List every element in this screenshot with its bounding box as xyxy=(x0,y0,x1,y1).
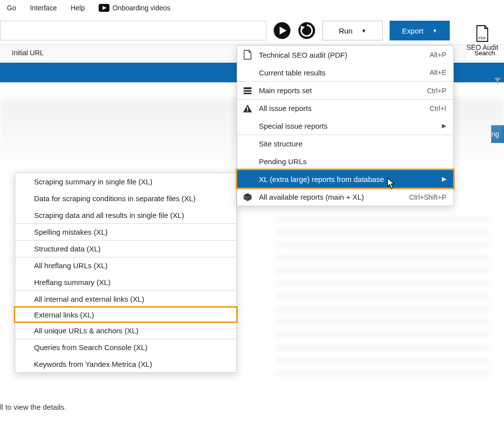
svg-rect-9 xyxy=(244,90,252,92)
export-menu-item[interactable]: Site structure xyxy=(237,135,453,152)
run-button[interactable]: Run ▼ xyxy=(323,21,383,40)
seo-audit-button[interactable]: PDF SEO Audit xyxy=(461,25,504,51)
xl-submenu-item[interactable]: All hreflang URLs (XL) xyxy=(15,257,236,274)
export-menu-item[interactable]: All issue reportsCtrl+I xyxy=(237,99,453,117)
xl-submenu-item[interactable]: Queries from Search Console (XL) xyxy=(15,339,236,355)
seo-audit-label: SEO Audit xyxy=(467,43,499,51)
menu-interface[interactable]: Interface xyxy=(30,4,57,12)
pdf-icon: PDF xyxy=(475,25,490,42)
caret-down-icon: ▼ xyxy=(361,28,366,34)
submenu-item-label: External links (XL) xyxy=(34,311,94,319)
details-hint: ll to view the details. xyxy=(0,403,66,411)
caret-down-icon: ▼ xyxy=(432,28,437,34)
xl-reports-submenu: Scraping summary in single file (XL)Data… xyxy=(15,173,237,373)
run-label: Run xyxy=(339,27,353,35)
xl-submenu-item[interactable]: Structured data (XL) xyxy=(15,240,236,257)
export-menu-item[interactable]: Main reports setCtrl+P xyxy=(237,81,453,99)
export-label: Export xyxy=(402,27,423,35)
warn-icon xyxy=(242,104,253,113)
submenu-item-label: Keywords from Yandex.Metrica (XL) xyxy=(34,360,152,368)
pdf-icon xyxy=(242,50,253,60)
export-menu-item[interactable]: Special issue reports▶ xyxy=(237,117,453,135)
menu-item-shortcut: Ctrl+P xyxy=(427,87,446,95)
svg-rect-8 xyxy=(244,87,252,89)
menu-item-label: Technical SEO audit (PDF) xyxy=(259,51,424,59)
youtube-icon xyxy=(99,4,109,12)
xl-submenu-item[interactable]: Scraping summary in single file (XL) xyxy=(15,173,236,190)
filter-icon[interactable] xyxy=(494,77,501,85)
menu-item-label: Main reports set xyxy=(259,86,421,95)
menu-onboarding-videos[interactable]: Onboarding videos xyxy=(99,4,171,12)
svg-rect-10 xyxy=(244,93,252,94)
menu-item-shortcut: Alt+P xyxy=(430,51,446,59)
submenu-item-label: Queries from Search Console (XL) xyxy=(34,343,147,352)
export-menu-item[interactable]: All available reports (main + XL)Ctrl+Sh… xyxy=(237,188,453,206)
play-button[interactable] xyxy=(273,22,291,39)
export-menu-item[interactable]: XL (extra large) reports from database▶ xyxy=(236,169,455,189)
svg-rect-13 xyxy=(247,110,248,111)
chevron-right-icon: ▶ xyxy=(442,122,446,129)
menu-help[interactable]: Help xyxy=(71,4,85,12)
menu-item-shortcut: Alt+E xyxy=(430,69,446,76)
xl-submenu-item[interactable]: Spelling mistakes (XL) xyxy=(15,223,236,240)
xl-submenu-item[interactable]: Hreflang summary (XL) xyxy=(15,274,236,290)
submenu-item-label: Structured data (XL) xyxy=(34,245,101,253)
cube-icon xyxy=(242,193,253,202)
play-icon xyxy=(273,22,291,39)
submenu-item-label: Spelling mistakes (XL) xyxy=(34,228,108,236)
xl-submenu-item[interactable]: All internal and external links (XL) xyxy=(15,290,236,307)
svg-marker-17 xyxy=(388,178,394,188)
menu-item-label: Special issue reports xyxy=(259,122,436,130)
submenu-item-label: All internal and external links (XL) xyxy=(34,295,144,303)
submenu-item-label: Scraping data and all results in single … xyxy=(34,211,184,219)
submenu-item-label: Data for scraping conditions in separate… xyxy=(34,194,196,203)
svg-text:PDF: PDF xyxy=(478,36,486,40)
menu-item-label: XL (extra large) reports from database xyxy=(259,175,436,183)
menu-item-label: Pending URLs xyxy=(259,157,446,166)
menu-item-label: Current table results xyxy=(259,69,424,77)
export-menu-item[interactable]: Current table resultsAlt+E xyxy=(237,64,453,81)
refresh-button[interactable] xyxy=(298,22,316,39)
export-dropdown: Technical SEO audit (PDF)Alt+PCurrent ta… xyxy=(237,45,454,206)
menu-onboarding-label: Onboarding videos xyxy=(112,4,171,12)
menu-item-shortcut: Ctrl+I xyxy=(430,105,446,112)
cursor-icon xyxy=(387,177,396,189)
submenu-item-label: All hreflang URLs (XL) xyxy=(34,261,108,270)
submenu-item-label: Scraping summary in single file (XL) xyxy=(34,177,152,186)
svg-marker-7 xyxy=(494,78,501,84)
xl-submenu-item[interactable]: Data for scraping conditions in separate… xyxy=(15,190,236,207)
submenu-item-label: Hreflang summary (XL) xyxy=(34,278,110,286)
menu-go[interactable]: Go xyxy=(7,4,16,12)
export-menu-item[interactable]: Technical SEO audit (PDF)Alt+P xyxy=(237,46,453,64)
menubar: Go Interface Help Onboarding videos xyxy=(0,0,504,17)
menu-item-shortcut: Ctrl+Shift+P xyxy=(409,193,446,201)
menu-item-label: All issue reports xyxy=(259,104,424,112)
export-button[interactable]: Export ▼ xyxy=(390,21,450,40)
stack-icon xyxy=(242,87,253,95)
menu-item-label: All available reports (main + XL) xyxy=(259,193,403,201)
chevron-right-icon: ▶ xyxy=(442,176,446,182)
xl-submenu-item[interactable]: External links (XL) xyxy=(14,306,238,323)
xl-submenu-item[interactable]: Keywords from Yandex.Metrica (XL) xyxy=(15,355,236,372)
refresh-icon xyxy=(298,22,316,39)
submenu-item-label: All unique URLs & anchors (XL) xyxy=(34,326,139,335)
svg-rect-12 xyxy=(247,107,248,110)
url-input[interactable] xyxy=(0,21,266,40)
column-initial-url[interactable]: Initial URL xyxy=(0,49,52,57)
xl-submenu-item[interactable]: Scraping data and all results in single … xyxy=(15,207,236,223)
blurred-content xyxy=(276,217,489,376)
export-menu-item[interactable]: Pending URLs xyxy=(237,152,453,170)
toolbar: Run ▼ Export ▼ xyxy=(0,17,504,44)
xl-submenu-item[interactable]: All unique URLs & anchors (XL) xyxy=(15,322,236,339)
menu-item-label: Site structure xyxy=(259,140,446,148)
